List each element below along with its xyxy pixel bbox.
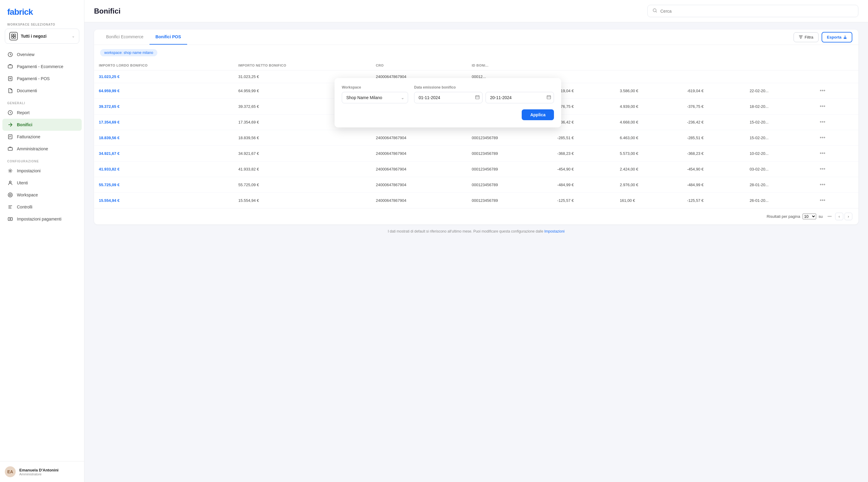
row-menu-button[interactable]: ••• bbox=[818, 134, 827, 141]
per-page-select[interactable]: 10 25 50 100 bbox=[803, 214, 816, 219]
fatturazione-icon bbox=[7, 134, 13, 140]
cell-c6: 2.976,00 € bbox=[615, 177, 682, 193]
cell-importo-lordo: 17.354,69 € bbox=[94, 115, 234, 130]
documenti-icon bbox=[7, 88, 13, 94]
cell-cro: 24000647867904 bbox=[371, 130, 467, 146]
sidebar-item-bonifici[interactable]: Bonifici bbox=[2, 119, 82, 131]
filter-workspace-select[interactable]: Shop Name Milano Tutti i negozi bbox=[342, 92, 408, 103]
tab-pos[interactable]: Bonifici POS bbox=[150, 30, 187, 44]
tab-ecommerce[interactable]: Bonifici Ecommerce bbox=[100, 30, 150, 44]
sidebar-item-overview[interactable]: Overview bbox=[0, 49, 84, 61]
cell-importo-netto: 15.554,94 € bbox=[234, 193, 371, 208]
user-profile[interactable]: EA Emanuela D'Antonini Amministratore bbox=[0, 461, 84, 482]
filter-workspace-select-wrap: Shop Name Milano Tutti i negozi ⌄ bbox=[342, 92, 408, 103]
cell-importo-netto: 41.933,82 € bbox=[234, 161, 371, 177]
sidebar-item-impostazioni-pagamenti[interactable]: Impostazioni pagamenti bbox=[0, 213, 84, 225]
cell-c5 bbox=[553, 70, 615, 83]
next-page-button[interactable]: › bbox=[844, 213, 852, 220]
cell-c8: 18-02-20... bbox=[745, 99, 813, 115]
export-button[interactable]: Esporta bbox=[822, 32, 852, 42]
svg-rect-3 bbox=[14, 36, 16, 38]
search-input[interactable] bbox=[660, 9, 853, 13]
col-importo-lordo: IMPORTO LORDO BONIFICO bbox=[94, 61, 234, 70]
cell-c7: -484,99 € bbox=[682, 177, 745, 193]
pos-icon bbox=[7, 75, 13, 82]
cell-c5: -368,23 € bbox=[553, 146, 615, 161]
nav-label-impostazioni: Impostazioni bbox=[17, 168, 41, 173]
col-7 bbox=[682, 61, 745, 70]
row-menu-button[interactable]: ••• bbox=[818, 103, 827, 110]
cell-importo-lordo: 31.023,25 € bbox=[94, 70, 234, 83]
nav-label-documenti: Documenti bbox=[17, 88, 37, 93]
cell-importo-lordo: 41.933,82 € bbox=[94, 161, 234, 177]
cell-cro: 24000647867904 bbox=[371, 146, 467, 161]
cell-c7: -125,57 € bbox=[682, 193, 745, 208]
filter-chip-workspace[interactable]: workspace: shop name milano bbox=[100, 49, 157, 56]
export-label: Esporta bbox=[827, 35, 841, 39]
sidebar-item-impostazioni[interactable]: Impostazioni bbox=[0, 165, 84, 177]
bonifici-icon bbox=[7, 122, 13, 128]
sidebar-item-fatturazione[interactable]: Fatturazione bbox=[0, 131, 84, 143]
row-menu-button[interactable]: ••• bbox=[818, 181, 827, 189]
cell-c8: 26-01-20... bbox=[745, 193, 813, 208]
prev-page-button[interactable]: ‹ bbox=[835, 213, 843, 220]
workspace-icon bbox=[9, 32, 18, 40]
sidebar-item-pagamenti-pos[interactable]: Pagamenti - POS bbox=[0, 73, 84, 85]
cell-c6: 2.424,00 € bbox=[615, 161, 682, 177]
tabs: Bonifici Ecommerce Bonifici POS bbox=[100, 30, 187, 44]
col-actions bbox=[813, 61, 858, 70]
table-row[interactable]: 15.554,94 € 15.554,94 € 24000647867904 0… bbox=[94, 193, 858, 208]
col-8 bbox=[745, 61, 813, 70]
cell-c6: 5.573,00 € bbox=[615, 146, 682, 161]
cell-c8: 28-01-20... bbox=[745, 177, 813, 193]
filter-button[interactable]: Filtra bbox=[794, 32, 818, 42]
cell-c5: -125,57 € bbox=[553, 193, 615, 208]
table-row[interactable]: 18.839,56 € 18.839,56 € 24000647867904 0… bbox=[94, 130, 858, 146]
page-nav: ••• ‹ › bbox=[825, 213, 852, 220]
cell-c7: -368,23 € bbox=[682, 146, 745, 161]
row-menu-button[interactable]: ••• bbox=[818, 197, 827, 204]
report-icon bbox=[7, 110, 13, 116]
row-menu-button[interactable]: ••• bbox=[818, 118, 827, 126]
col-6 bbox=[615, 61, 682, 70]
cell-c7: -454,90 € bbox=[682, 161, 745, 177]
sidebar-item-amministrazione[interactable]: Amministrazione bbox=[0, 143, 84, 155]
row-menu-button[interactable]: ••• bbox=[818, 150, 827, 157]
su-label: su bbox=[818, 214, 823, 219]
date-to-input[interactable] bbox=[486, 92, 554, 103]
page-dots: ••• bbox=[825, 213, 834, 220]
cell-c6 bbox=[615, 70, 682, 83]
col-5 bbox=[553, 61, 615, 70]
sidebar-item-utenti[interactable]: Utenti bbox=[0, 177, 84, 189]
col-importo-netto: IMPORTO NETTO BONIFICO bbox=[234, 61, 371, 70]
cell-c8: 22-02-20... bbox=[745, 83, 813, 99]
row-menu-button[interactable]: ••• bbox=[818, 87, 827, 95]
cell-actions: ••• bbox=[813, 115, 858, 130]
row-menu-button[interactable]: ••• bbox=[818, 165, 827, 173]
apply-button[interactable]: Applica bbox=[522, 109, 554, 120]
workspace-selector[interactable]: Tutti i negozi ⌄ bbox=[5, 29, 79, 44]
sidebar-item-controlli[interactable]: Controlli bbox=[0, 201, 84, 213]
svg-rect-10 bbox=[8, 135, 12, 139]
cell-c8: 10-02-20... bbox=[745, 146, 813, 161]
sidebar-item-pagamenti-ecommerce[interactable]: Pagamenti - Ecommerce bbox=[0, 61, 84, 73]
utenti-icon bbox=[7, 180, 13, 186]
cell-importo-lordo: 39.372,65 € bbox=[94, 99, 234, 115]
cell-c8: 15-02-20... bbox=[745, 130, 813, 146]
footer-link[interactable]: Impostazioni bbox=[544, 229, 564, 233]
sidebar-item-workspace[interactable]: Workspace bbox=[0, 189, 84, 201]
table-row[interactable]: 55.725,09 € 55.725,09 € 24000647867904 0… bbox=[94, 177, 858, 193]
table-row[interactable]: 41.933,82 € 41.933,82 € 24000647867904 0… bbox=[94, 161, 858, 177]
workspace-name-label: Tutti i negozi bbox=[21, 34, 69, 38]
logo-area: fabrick bbox=[0, 0, 84, 19]
section-label-config: CONFIGURAZIONE bbox=[0, 155, 84, 165]
filter-group-date: Data emissione bonifico bbox=[414, 85, 554, 103]
sidebar-item-report[interactable]: Report bbox=[0, 107, 84, 119]
main-area: Bonifici Bonifici Ecommerce Bonifici POS… bbox=[84, 0, 868, 482]
date-from-input[interactable] bbox=[414, 92, 483, 103]
col-cro: CRO bbox=[371, 61, 467, 70]
table-row[interactable]: 34.921,67 € 34.921,67 € 24000647867904 0… bbox=[94, 146, 858, 161]
table-header-row: IMPORTO LORDO BONIFICO IMPORTO NETTO BON… bbox=[94, 61, 858, 70]
cell-c7: -285,51 € bbox=[682, 130, 745, 146]
sidebar-item-documenti[interactable]: Documenti bbox=[0, 85, 84, 97]
